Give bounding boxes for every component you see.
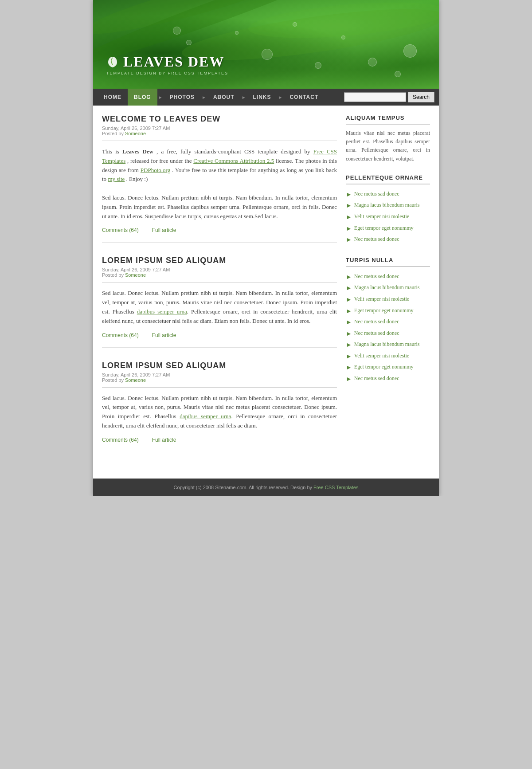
sidebar-link[interactable]: Magna lacus bibendum mauris: [354, 284, 420, 291]
bullet-icon: ►: [346, 363, 352, 372]
list-item: ► Velit semper nisi molestie: [346, 294, 430, 306]
bullet-icon: ►: [346, 375, 352, 384]
sidebar-link[interactable]: Eget tempor eget nonummy: [354, 307, 414, 314]
bullet-icon: ►: [346, 273, 352, 282]
navigation: HOME BLOG ► PHOTOS ► ABOUT ► LINKS ► CON…: [93, 89, 439, 106]
post-3-author[interactable]: Someone: [125, 377, 146, 383]
bullet-icon: ►: [346, 213, 352, 222]
footer-link[interactable]: Free CSS Templates: [313, 485, 358, 490]
post-2-title: LOREM IPSUM SED ALIQUAM: [102, 256, 337, 265]
post3-dapibus-link[interactable]: dapibus semper urna: [180, 413, 231, 420]
post-2-author[interactable]: Someone: [125, 272, 146, 278]
post-3-body: Sed lacus. Donec lectus. Nullam pretium …: [102, 394, 337, 431]
sidebar-link[interactable]: Nec metus sed donec: [354, 318, 399, 326]
post-2-footer: Comments (64) Full article: [102, 332, 337, 338]
post-2-divider: [102, 282, 337, 282]
sidebar-link[interactable]: Nec metus sed donec: [354, 330, 399, 337]
post-3-footer: Comments (64) Full article: [102, 437, 337, 443]
sidebar-link[interactable]: Nec metus sed donec: [354, 375, 399, 382]
pdphoto-link[interactable]: PDPhoto.org: [141, 167, 170, 173]
list-item: ► Eget tempor eget nonummy: [346, 306, 430, 317]
nav-sep-2: ►: [201, 95, 207, 100]
sidebar-link[interactable]: Velit semper nisi molestie: [354, 213, 409, 220]
list-item: ► Nec metus sed donec: [346, 317, 430, 328]
list-item: ► Nec metus sed donec: [346, 271, 430, 283]
bullet-icon: ►: [346, 295, 352, 304]
bullet-icon: ►: [346, 235, 352, 244]
nav-sep-1: ►: [157, 95, 164, 100]
list-item: ► Nec metus sed donec: [346, 373, 430, 385]
main-content: WELCOME TO LEAVES DEW Sunday, April 26, …: [102, 114, 337, 465]
post-3-divider: [102, 387, 337, 388]
search-input[interactable]: [344, 92, 406, 102]
search-button[interactable]: Search: [408, 92, 434, 102]
bullet-icon: ►: [346, 330, 352, 338]
post-2-comments[interactable]: Comments (64): [102, 332, 139, 338]
cc-link[interactable]: Creative Commons Attribution 2.5: [193, 157, 274, 164]
nav-about[interactable]: ABOUT: [207, 89, 241, 106]
site-subtitle: TEMPLATE DESIGN BY FREE CSS TEMPLATES: [106, 71, 228, 75]
post-1: WELCOME TO LEAVES DEW Sunday, April 26, …: [102, 114, 337, 243]
sidebar-link[interactable]: Eget tempor eget nonummy: [354, 363, 414, 371]
leaf-icon: [106, 56, 119, 68]
sidebar-title-turpis: TURPIS NULLA: [346, 257, 430, 267]
post-1-title: WELCOME TO LEAVES DEW: [102, 114, 337, 124]
nav-sep-3: ►: [241, 95, 247, 100]
post-3-title: LOREM IPSUM SED ALIQUAM: [102, 361, 337, 370]
nav-blog[interactable]: BLOG: [128, 89, 157, 106]
sidebar-link[interactable]: Eget tempor eget nonummy: [354, 224, 414, 232]
post-2-body: Sed lacus. Donec lectus. Nullam pretium …: [102, 289, 337, 326]
bullet-icon: ►: [346, 190, 352, 199]
sidebar-link[interactable]: Nec metus sad donec: [354, 190, 399, 198]
sidebar-link[interactable]: Nec metus sed donec: [354, 273, 399, 280]
sidebar-title-aliquam: ALIQUAM TEMPUS: [346, 114, 430, 125]
sidebar-list-pellenteque: ► Nec metus sad donec ► Magna lacus bibe…: [346, 189, 430, 246]
list-item: ► Magna lacus bibendum mauris: [346, 339, 430, 351]
post-3: LOREM IPSUM SED ALIQUAM Sunday, April 26…: [102, 361, 337, 452]
sidebar-link[interactable]: Velit semper nisi molestie: [354, 352, 409, 360]
list-item: ► Magna lacus bibendum mauris: [346, 200, 430, 212]
sidebar: ALIQUAM TEMPUS Mauris vitae nisl nec met…: [346, 114, 430, 465]
list-item: ► Eget tempor eget nonummy: [346, 223, 430, 235]
post-3-comments[interactable]: Comments (64): [102, 437, 139, 443]
sidebar-text-aliquam: Mauris vitae nisl nec metus placerat per…: [346, 129, 430, 163]
list-item: ► Nec metus sed donec: [346, 234, 430, 246]
bullet-icon: ►: [346, 284, 352, 293]
post2-dapibus-link[interactable]: dapibus semper urna: [137, 308, 187, 315]
sidebar-link[interactable]: Velit semper nisi molestie: [354, 295, 409, 303]
post-1-full[interactable]: Full article: [152, 227, 176, 233]
list-item: ► Eget tempor eget nonummy: [346, 362, 430, 373]
list-item: ► Magna lacus bibendum mauris: [346, 282, 430, 294]
list-item: ► Nec metus sed donec: [346, 328, 430, 340]
bullet-icon: ►: [346, 352, 352, 361]
sidebar-link[interactable]: Magna lacus bibendum mauris: [354, 341, 420, 348]
post-1-divider: [102, 141, 337, 141]
sidebar-section-turpis: TURPIS NULLA ► Nec metus sed donec ► Mag…: [346, 257, 430, 385]
post-2: LOREM IPSUM SED ALIQUAM Sunday, April 26…: [102, 256, 337, 347]
nav-home[interactable]: HOME: [98, 89, 128, 106]
footer-text: Copyright (c) 2008 Sitename.com. All rig…: [174, 485, 312, 490]
list-item: ► Velit semper nisi molestie: [346, 212, 430, 223]
sidebar-section-aliquam: ALIQUAM TEMPUS Mauris vitae nisl nec met…: [346, 114, 430, 163]
post-2-full[interactable]: Full article: [152, 332, 176, 338]
post-1-author[interactable]: Someone: [125, 131, 146, 136]
post-2-meta: Sunday, April 26, 2009 7:27 AM Posted by…: [102, 267, 337, 278]
post-1-comments[interactable]: Comments (64): [102, 227, 139, 233]
mysite-link[interactable]: my site: [108, 176, 125, 182]
nav-links[interactable]: LINKS: [247, 89, 278, 106]
site-header: LEAVES DEW TEMPLATE DESIGN BY FREE CSS T…: [93, 0, 439, 89]
nav-contact[interactable]: CONTACT: [283, 89, 325, 106]
nav-sep-4: ►: [278, 95, 284, 100]
bullet-icon: ►: [346, 318, 352, 327]
post-3-full[interactable]: Full article: [152, 437, 176, 443]
nav-photos[interactable]: PHOTOS: [164, 89, 201, 106]
bullet-icon: ►: [346, 307, 352, 316]
bullet-icon: ►: [346, 341, 352, 349]
sidebar-link[interactable]: Magna lacus bibendum mauris: [354, 201, 420, 209]
sidebar-link[interactable]: Nec metus sed donec: [354, 235, 399, 243]
post-1-footer: Comments (64) Full article: [102, 227, 337, 233]
sidebar-title-pellenteque: PELLENTEQUE ORNARE: [346, 174, 430, 184]
site-footer: Copyright (c) 2008 Sitename.com. All rig…: [93, 479, 439, 496]
bullet-icon: ►: [346, 201, 352, 210]
post-3-meta: Sunday, April 26, 2009 7:27 AM Posted by…: [102, 372, 337, 383]
